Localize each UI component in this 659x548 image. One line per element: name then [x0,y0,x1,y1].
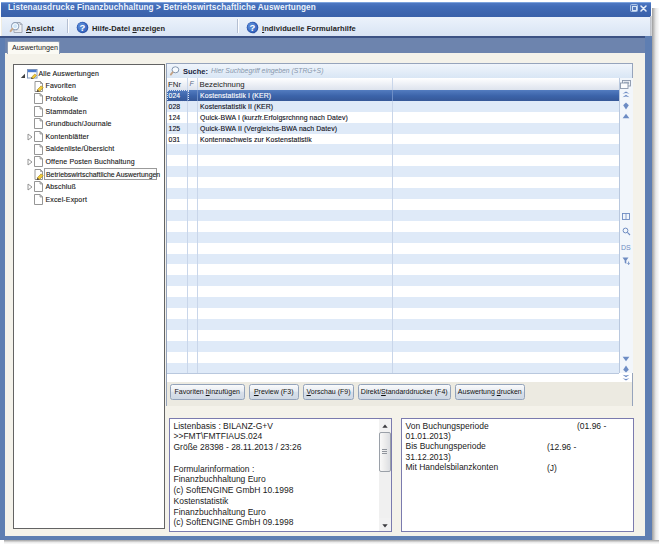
svg-text:DS: DS [621,244,631,251]
svg-text:?: ? [80,22,86,33]
svg-text:?: ? [250,22,256,33]
